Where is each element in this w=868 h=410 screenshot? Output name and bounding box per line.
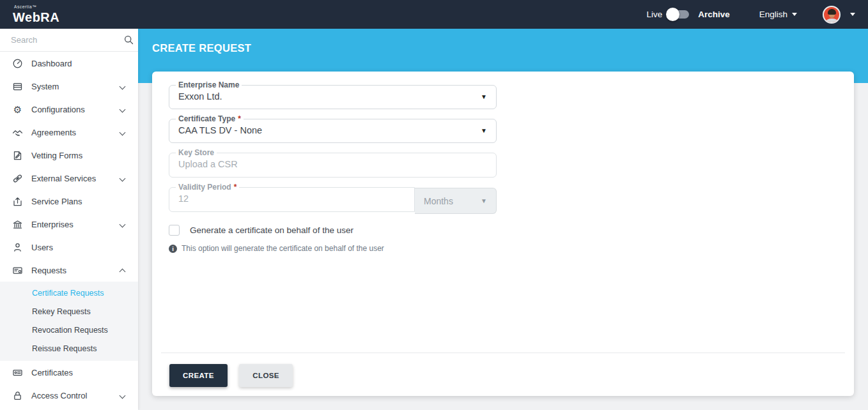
chevron-down-icon	[120, 106, 126, 112]
info-icon: i	[169, 245, 177, 253]
agreements-handshake-icon	[12, 127, 23, 138]
avatar[interactable]	[823, 6, 841, 24]
service-plans-icon	[12, 196, 23, 207]
generate-on-behalf-row: Generate a certificate on behalf of the …	[169, 225, 497, 236]
sidebar-item-label: Service Plans	[31, 197, 126, 206]
key-store-input[interactable]	[178, 159, 487, 169]
sidebar-item-access-control[interactable]: Access Control	[0, 384, 138, 407]
validity-unit-value: Months	[424, 196, 453, 206]
info-row: i This option will generate the certific…	[169, 244, 497, 253]
enterprise-name-field[interactable]: Enterprise Name Exxon Ltd. ▼	[169, 80, 497, 109]
brand-product: WebRA	[13, 11, 59, 24]
sidebar-item-enterprises[interactable]: Enterprises	[0, 213, 138, 236]
sidebar-item-vetting-forms[interactable]: Vetting Forms	[0, 144, 138, 167]
sidebar-item-users[interactable]: Users	[0, 236, 138, 259]
toggle-knob[interactable]	[666, 8, 679, 21]
configurations-icon: ⚙	[12, 104, 23, 115]
avatar-hair	[828, 9, 836, 15]
info-text: This option will generate the certificat…	[182, 244, 384, 253]
key-store-field[interactable]: Key Store	[169, 148, 497, 178]
sidebar-item-revocation-requests[interactable]: Revocation Requests	[0, 321, 138, 340]
validity-period-label: Validity Period*	[176, 183, 239, 192]
vetting-forms-icon	[12, 150, 23, 161]
language-label: English	[759, 10, 787, 19]
sidebar-item-partial[interactable]	[0, 407, 138, 410]
language-selector[interactable]: English	[759, 10, 797, 19]
enterprises-bank-icon	[12, 219, 23, 230]
live-label: Live	[646, 10, 662, 19]
chevron-down-icon	[120, 129, 126, 135]
generate-on-behalf-checkbox[interactable]	[169, 225, 180, 236]
sidebar-item-label: Users	[31, 243, 126, 252]
footer-divider	[161, 353, 845, 353]
certificate-type-value: CAA TLS DV - None	[178, 125, 262, 135]
sidebar-item-configurations[interactable]: ⚙ Configurations	[0, 98, 138, 121]
sidebar-item-label: Configurations	[31, 105, 112, 114]
chevron-down-icon	[120, 221, 126, 227]
sidebar: Dashboard System ⚙ Configurations Agreem…	[0, 29, 138, 410]
user-menu[interactable]	[823, 6, 855, 24]
card-footer: CREATE CLOSE	[161, 353, 845, 387]
system-icon	[12, 81, 23, 92]
sidebar-item-reissue-requests[interactable]: Reissue Requests	[0, 340, 138, 358]
sidebar-item-label: Agreements	[31, 128, 112, 137]
dropdown-caret-icon[interactable]: ▼	[481, 93, 487, 100]
sidebar-item-certificates[interactable]: Certificates	[0, 361, 138, 384]
brand-company: Ascertia™	[14, 5, 59, 10]
sidebar-item-label: Certificates	[31, 368, 126, 377]
archive-label: Archive	[698, 10, 730, 19]
validity-period-input[interactable]	[178, 194, 405, 204]
certificate-type-label: Certificate Type*	[176, 114, 244, 123]
avatar-shirt	[826, 19, 838, 24]
create-button[interactable]: CREATE	[169, 364, 228, 387]
validity-unit-select[interactable]: Months ▼	[415, 188, 497, 214]
dashboard-icon	[12, 58, 23, 69]
sidebar-item-label: Dashboard	[31, 59, 126, 68]
access-control-lock-icon	[12, 390, 23, 401]
generate-on-behalf-label: Generate a certificate on behalf of the …	[190, 225, 353, 235]
sidebar-item-label: Enterprises	[31, 220, 112, 229]
requests-submenu: Certificate Requests Rekey Requests Revo…	[0, 282, 138, 361]
sidebar-item-dashboard[interactable]: Dashboard	[0, 52, 138, 75]
sidebar-item-certificate-requests[interactable]: Certificate Requests	[0, 284, 138, 303]
search-icon[interactable]	[123, 34, 134, 45]
sidebar-item-rekey-requests[interactable]: Rekey Requests	[0, 303, 138, 321]
required-mark: *	[234, 183, 237, 192]
live-archive-toggle[interactable]	[668, 10, 689, 19]
certificates-icon	[12, 367, 23, 378]
sidebar-item-external-services[interactable]: External Services	[0, 167, 138, 190]
top-navbar: Ascertia™ WebRA Live Archive English	[0, 0, 868, 29]
chevron-up-icon	[120, 268, 126, 275]
key-store-label: Key Store	[176, 148, 217, 157]
validity-period-field[interactable]: Validity Period*	[169, 183, 415, 212]
enterprise-name-label: Enterprise Name	[176, 80, 242, 89]
chevron-down-icon	[120, 392, 126, 399]
sidebar-item-label: Requests	[31, 266, 112, 275]
enterprise-name-value: Exxon Ltd.	[178, 91, 222, 102]
navbar-right-cluster: Live Archive English	[646, 6, 855, 24]
certificate-type-field[interactable]: Certificate Type* CAA TLS DV - None ▼	[169, 114, 497, 143]
sidebar-item-label: External Services	[31, 174, 112, 183]
chevron-down-icon	[120, 83, 126, 89]
sidebar-search	[0, 29, 138, 52]
create-request-card: Enterprise Name Exxon Ltd. ▼ Certificate…	[152, 72, 854, 396]
sidebar-item-agreements[interactable]: Agreements	[0, 121, 138, 144]
chevron-down-icon	[792, 13, 797, 16]
required-mark: *	[238, 114, 241, 123]
brand-logo[interactable]: Ascertia™ WebRA	[13, 5, 59, 24]
chevron-down-icon	[850, 13, 855, 16]
page-title: CREATE REQUEST	[152, 42, 251, 54]
requests-icon	[12, 265, 23, 276]
users-icon	[12, 242, 23, 253]
search-input[interactable]	[11, 35, 123, 45]
sidebar-item-requests[interactable]: Requests	[0, 259, 138, 282]
dropdown-caret-icon: ▼	[481, 197, 487, 204]
close-button[interactable]: CLOSE	[239, 364, 293, 387]
chevron-down-icon	[120, 175, 126, 181]
sidebar-item-label: Vetting Forms	[31, 151, 126, 160]
sidebar-item-service-plans[interactable]: Service Plans	[0, 190, 138, 213]
sidebar-item-label: System	[31, 82, 112, 91]
validity-period-row: Validity Period* Months ▼	[169, 183, 497, 214]
sidebar-item-system[interactable]: System	[0, 75, 138, 98]
dropdown-caret-icon[interactable]: ▼	[481, 127, 487, 134]
